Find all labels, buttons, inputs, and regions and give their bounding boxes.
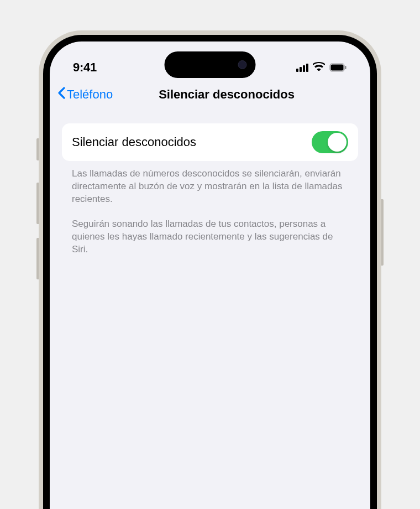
silence-unknown-label: Silenciar desconocidos <box>72 135 196 149</box>
svg-rect-1 <box>331 65 344 71</box>
settings-group: Silenciar desconocidos <box>62 123 358 161</box>
screen: 9:41 <box>50 41 370 509</box>
settings-footer: Las llamadas de números desconocidos se … <box>72 168 348 256</box>
toggle-knob <box>328 133 347 152</box>
power-button <box>381 199 384 266</box>
chevron-left-icon <box>57 87 66 102</box>
status-time: 9:41 <box>73 60 97 75</box>
dynamic-island <box>165 51 256 78</box>
navigation-bar: Teléfono Silenciar desconocidos <box>50 80 370 110</box>
wifi-icon <box>313 62 325 73</box>
back-button[interactable]: Teléfono <box>57 87 113 102</box>
footer-paragraph-1: Las llamadas de números desconocidos se … <box>72 168 348 206</box>
silence-unknown-row: Silenciar desconocidos <box>62 123 358 161</box>
footer-paragraph-2: Seguirán sonando las llamadas de tus con… <box>72 218 348 256</box>
back-label: Teléfono <box>67 87 113 102</box>
phone-frame: 9:41 <box>39 30 381 509</box>
volume-down-button <box>36 238 39 279</box>
cellular-signal-icon <box>296 64 308 72</box>
volume-up-button <box>36 183 39 224</box>
status-icons <box>296 62 347 73</box>
phone-bezel: 9:41 <box>43 35 377 509</box>
battery-icon <box>329 63 347 72</box>
svg-rect-2 <box>345 66 347 69</box>
ringer-switch <box>36 138 39 160</box>
silence-unknown-toggle[interactable] <box>312 131 348 153</box>
